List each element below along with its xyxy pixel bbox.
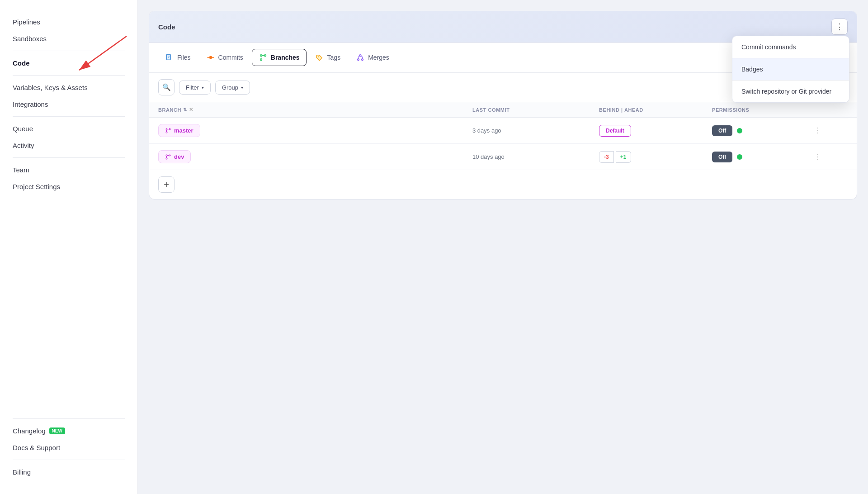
tab-commits-label: Commits bbox=[218, 54, 243, 61]
tab-branches[interactable]: Branches bbox=[252, 49, 307, 66]
svg-point-15 bbox=[166, 128, 167, 130]
files-icon bbox=[165, 53, 174, 62]
tab-commits[interactable]: Commits bbox=[199, 49, 250, 66]
sidebar-bottom-divider-1 bbox=[13, 418, 125, 419]
group-button[interactable]: Group ▾ bbox=[215, 81, 250, 95]
filter-button[interactable]: Filter ▾ bbox=[179, 81, 211, 95]
svg-point-3 bbox=[209, 56, 212, 59]
sidebar-divider-3 bbox=[13, 116, 125, 117]
table-header: BRANCH ⇅ ✕ LAST COMMIT BEHIND | AHEAD PE… bbox=[149, 102, 857, 118]
branches-table: BRANCH ⇅ ✕ LAST COMMIT BEHIND | AHEAD PE… bbox=[149, 102, 857, 170]
row-menu-btn-master[interactable]: ⋮ bbox=[811, 124, 824, 137]
branch-clear-icon[interactable]: ✕ bbox=[189, 107, 193, 113]
branch-chip-dev[interactable]: dev bbox=[158, 150, 191, 163]
code-panel-header: Code ⋮ Commit commands Badges Switch rep… bbox=[149, 11, 857, 43]
behind-ahead-master: Default bbox=[599, 125, 712, 137]
branch-sort-icon[interactable]: ⇅ bbox=[183, 107, 187, 112]
code-panel: Code ⋮ Commit commands Badges Switch rep… bbox=[149, 11, 857, 200]
sidebar-item-activity[interactable]: Activity bbox=[13, 137, 125, 154]
off-badge-dev[interactable]: Off bbox=[712, 152, 732, 162]
branch-icon-master bbox=[165, 128, 171, 134]
th-behind-ahead: BEHIND | AHEAD bbox=[599, 107, 712, 113]
tab-tags-label: Tags bbox=[327, 54, 341, 61]
dropdown-item-commit-commands[interactable]: Commit commands bbox=[732, 36, 849, 58]
th-branch: BRANCH ⇅ ✕ bbox=[158, 107, 472, 113]
search-button[interactable]: 🔍 bbox=[158, 79, 175, 95]
sidebar-divider-1 bbox=[13, 51, 125, 51]
new-badge: NEW bbox=[49, 428, 65, 434]
page-title: Code bbox=[158, 23, 175, 31]
add-branch-button[interactable]: + bbox=[158, 176, 175, 193]
filter-label: Filter bbox=[186, 84, 199, 91]
tab-files-label: Files bbox=[177, 54, 191, 61]
behind-chip: -3 bbox=[599, 151, 614, 163]
three-dot-icon: ⋮ bbox=[835, 22, 844, 32]
add-icon: + bbox=[164, 180, 169, 190]
table-row: dev 10 days ago -3 +1 Off ⋮ bbox=[149, 144, 857, 170]
ahead-chip: +1 bbox=[616, 151, 632, 163]
sidebar-item-pipelines[interactable]: Pipelines bbox=[13, 14, 125, 30]
tab-merges-label: Merges bbox=[368, 54, 389, 61]
tab-branches-label: Branches bbox=[271, 54, 300, 61]
sidebar-divider-2 bbox=[13, 75, 125, 76]
permissions-dev: Off bbox=[712, 152, 811, 162]
th-permissions: PERMISSIONS bbox=[712, 107, 811, 113]
filter-chevron-icon: ▾ bbox=[202, 85, 204, 90]
merges-icon bbox=[356, 53, 365, 62]
three-dot-button[interactable]: ⋮ bbox=[831, 19, 848, 35]
sidebar-item-project-settings[interactable]: Project Settings bbox=[13, 178, 125, 195]
branch-chip-master[interactable]: master bbox=[158, 124, 200, 137]
last-commit-master: 3 days ago bbox=[472, 127, 599, 134]
sidebar-item-team[interactable]: Team bbox=[13, 162, 125, 178]
branch-cell-dev: dev bbox=[158, 150, 472, 163]
sidebar-item-variables[interactable]: Variables, Keys & Assets bbox=[13, 79, 125, 96]
tab-tags[interactable]: Tags bbox=[308, 49, 348, 66]
branch-icon-dev bbox=[165, 154, 171, 160]
branches-icon bbox=[259, 53, 268, 62]
search-icon: 🔍 bbox=[162, 83, 171, 91]
sidebar-item-code[interactable]: Code bbox=[13, 55, 125, 71]
sidebar-item-integrations[interactable]: Integrations bbox=[13, 96, 125, 113]
behind-ahead-dev: -3 +1 bbox=[599, 151, 712, 163]
off-badge-master[interactable]: Off bbox=[712, 125, 732, 136]
svg-point-11 bbox=[362, 59, 363, 61]
sidebar-item-docs[interactable]: Docs & Support bbox=[13, 439, 125, 456]
group-label: Group bbox=[222, 84, 238, 91]
sidebar-bottom: Changelog NEW Docs & Support Billing bbox=[0, 415, 137, 480]
table-row: master 3 days ago Default Off ⋮ bbox=[149, 118, 857, 144]
tab-merges[interactable]: Merges bbox=[349, 49, 396, 66]
svg-point-13 bbox=[166, 132, 167, 133]
sidebar-nav: Pipelines Sandboxes Code Variables, Keys… bbox=[0, 14, 137, 415]
sidebar-item-queue[interactable]: Queue bbox=[13, 120, 125, 137]
status-dot-dev bbox=[737, 154, 742, 160]
th-actions bbox=[811, 107, 848, 113]
svg-point-18 bbox=[166, 155, 167, 156]
last-commit-dev: 10 days ago bbox=[472, 153, 599, 160]
row-menu-btn-dev[interactable]: ⋮ bbox=[811, 151, 824, 163]
sidebar: Pipelines Sandboxes Code Variables, Keys… bbox=[0, 0, 138, 494]
commits-icon bbox=[206, 53, 215, 62]
row-menu-dev: ⋮ bbox=[811, 151, 848, 163]
dropdown-menu: Commit commands Badges Switch repository… bbox=[732, 36, 849, 103]
th-last-commit: LAST COMMIT bbox=[472, 107, 599, 113]
svg-rect-2 bbox=[166, 54, 170, 60]
main-content: Code ⋮ Commit commands Badges Switch rep… bbox=[138, 0, 868, 494]
sidebar-item-changelog[interactable]: Changelog NEW bbox=[13, 423, 125, 439]
status-dot-master bbox=[737, 128, 742, 133]
branch-cell-master: master bbox=[158, 124, 472, 137]
svg-point-6 bbox=[260, 59, 262, 61]
row-menu-master: ⋮ bbox=[811, 124, 848, 137]
sidebar-item-sandboxes[interactable]: Sandboxes bbox=[13, 30, 125, 47]
sidebar-bottom-divider-2 bbox=[13, 460, 125, 460]
sidebar-item-billing[interactable]: Billing bbox=[13, 464, 125, 480]
dropdown-item-badges[interactable]: Badges bbox=[732, 58, 849, 80]
svg-point-9 bbox=[317, 56, 318, 57]
svg-point-16 bbox=[166, 158, 167, 159]
svg-point-17 bbox=[169, 155, 170, 156]
group-chevron-icon: ▾ bbox=[241, 85, 243, 90]
default-badge: Default bbox=[599, 125, 631, 137]
tab-files[interactable]: Files bbox=[158, 49, 198, 66]
svg-point-14 bbox=[169, 128, 170, 130]
permissions-master: Off bbox=[712, 125, 811, 136]
dropdown-item-switch-repo[interactable]: Switch repository or Git provider bbox=[732, 81, 849, 102]
